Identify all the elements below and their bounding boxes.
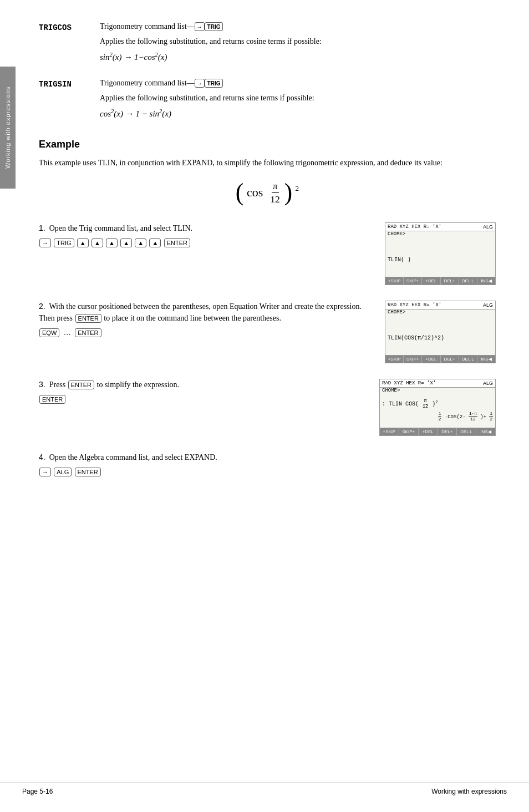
trigcos-formula: sin2(x) → 1−cos2(x) (100, 52, 496, 62)
key-up2: ▲ (91, 238, 103, 247)
calc-btn-plus-del: +DEL (422, 277, 440, 285)
calc-btn-del-plus-2: DEL+ (441, 356, 459, 363)
step-2-left: 2. With the cursor positioned between th… (39, 301, 374, 337)
step-3-text: 3. Press ENTER to simplify the expressio… (39, 379, 368, 390)
calc-line2-3: 1 2 ·COS(2· 1·π 12 )+ (382, 412, 493, 422)
calc-body-3: : TLIN COS( π 12 )2 1 (380, 394, 495, 428)
key-arrow-4: → (39, 468, 51, 476)
calc-line1-3: : TLIN COS( π 12 )2 (382, 399, 493, 410)
calc-btn-skip-plus-3: +SKIP (380, 428, 399, 435)
calc-header-right-2: ALG (483, 302, 493, 308)
calc-header-left-1: RAD XYZ HEX R= 'X' (388, 224, 441, 230)
calc-btn-ins: INS◀ (477, 277, 495, 285)
key-enter2: ENTER (75, 328, 101, 337)
step-4-text: 4. Open the Algebra command list, and se… (39, 451, 496, 463)
step-2-row: 2. With the cursor positioned between th… (39, 301, 496, 363)
key-eqw: EQW (39, 328, 59, 337)
calc-btn-ins-2: INS◀ (477, 356, 495, 363)
key-enter3a: ENTER (68, 380, 94, 389)
trigcos-keyword: TRIGCOS (39, 22, 100, 65)
example-section: Example This example uses TLIN, in conju… (39, 139, 496, 476)
trigsin-formula: cos2(x) → 1 − sin2(x) (100, 108, 496, 119)
calc-btn-skip-plus: +SKIP (385, 277, 404, 285)
step-1-keys: → TRIG ▲ ▲ ▲ ▲ ▲ ▲ ENTER (39, 238, 374, 247)
trigsin-keyword: TRIGSIN (39, 79, 100, 122)
calc-screen-1-header: RAD XYZ HEX R= 'X' ALG (385, 223, 495, 231)
trigcos-title: Trigonometry command list— → TRIG (100, 22, 496, 31)
step-1-row: 1. Open the Trig command list, and selec… (39, 222, 496, 285)
calc-screen-1: RAD XYZ HEX R= 'X' ALG CHOME> TLIN( ) +S… (385, 222, 496, 285)
step-3-keys: ENTER (39, 395, 368, 404)
step-2-keys: EQW … ENTER (39, 328, 374, 337)
steps-container: 1. Open the Trig command list, and selec… (39, 222, 496, 476)
calc-header-left-2: RAD XYZ HEX R= 'X' (388, 302, 441, 308)
key-up5: ▲ (135, 238, 146, 247)
calc-screen-2: RAD XYZ HEX R= 'X' ALG CHOME> TLIN(COS(π… (385, 301, 496, 363)
trigcos-description: Applies the following substitution, and … (100, 35, 496, 47)
step-3-left: 3. Press ENTER to simplify the expressio… (39, 379, 368, 404)
calc-header-right-1: ALG (483, 224, 493, 230)
calc-footer-3: +SKIP SKIP+ +DEL DEL+ DEL L INS◀ (380, 428, 495, 435)
trigsin-trig-badge: TRIG (205, 79, 223, 88)
step-1-left: 1. Open the Trig command list, and selec… (39, 222, 374, 247)
calc-screen-2-header: RAD XYZ HEX R= 'X' ALG (385, 301, 495, 309)
calc-btn-del-l: DEL L (459, 277, 477, 285)
step-4-row: 4. Open the Algebra command list, and se… (39, 451, 496, 476)
calc-screen-3-header: RAD XYZ HEX R= 'X' ALG (380, 379, 495, 388)
trigsin-entry: TRIGSIN Trigonometry command list— → TRI… (39, 79, 496, 122)
calc-screen-3: RAD XYZ HEX R= 'X' ALG CHOME> : TLIN COS… (379, 379, 496, 436)
calc-btn-plus-skip-3: SKIP+ (399, 428, 419, 435)
trigsin-arrow-icon: → (195, 79, 205, 88)
key-enter3b: ENTER (39, 395, 65, 404)
key-arrow: → (39, 238, 51, 247)
calc-btn-del-l-2: DEL L (459, 356, 477, 363)
example-heading: Example (39, 139, 496, 150)
key-enter-inline: ENTER (75, 314, 101, 323)
step-4-keys: → ALG ENTER (39, 468, 496, 476)
trigsin-title: Trigonometry command list— → TRIG (100, 79, 496, 88)
calc-body-2: TLIN(COS(π/12)^2) (385, 316, 495, 355)
calc-body-1: TLIN( ) (385, 238, 495, 277)
key-up1: ▲ (77, 238, 89, 247)
calc-btn-ins-3: INS◀ (476, 428, 495, 435)
page-footer: Page 5-16 Working with expressions (0, 783, 529, 795)
calc-btn-plus-del-2: +DEL (422, 356, 440, 363)
key-up6: ▲ (149, 238, 161, 247)
footer-left: Page 5-16 (22, 788, 53, 795)
calc-sub-1: CHOME> (385, 231, 495, 238)
trigcos-trig-badge: TRIG (205, 22, 223, 31)
step-3-row: 3. Press ENTER to simplify the expressio… (39, 379, 496, 436)
key-alg: ALG (54, 468, 72, 476)
calc-header-left-3: RAD XYZ HEX R= 'X' (382, 380, 436, 386)
calc-command-2: TLIN(COS(π/12)^2) (388, 335, 493, 341)
calc-btn-del-l-3: DEL L (457, 428, 476, 435)
calc-sub-2: CHOME> (385, 309, 495, 316)
calc-sub-3: CHOME> (380, 388, 495, 394)
calc-btn-skip-plus-2: +SKIP (385, 356, 404, 363)
trigcos-entry: TRIGCOS Trigonometry command list— → TRI… (39, 22, 496, 65)
key-up4: ▲ (120, 238, 132, 247)
calc-btn-plus-skip: SKIP+ (404, 277, 422, 285)
side-tab: Working with expressions (0, 67, 16, 189)
calc-btn-del-plus: DEL+ (441, 277, 459, 285)
trigcos-arrow-icon: → (195, 22, 205, 31)
step-2-text: 2. With the cursor positioned between th… (39, 301, 374, 324)
key-enter4: ENTER (75, 468, 101, 476)
trigcos-content: Trigonometry command list— → TRIG Applie… (100, 22, 496, 65)
calc-footer-2: +SKIP SKIP+ +DEL DEL+ DEL L INS◀ (385, 355, 495, 363)
calc-footer-1: +SKIP SKIP+ +DEL DEL+ DEL L INS◀ (385, 277, 495, 285)
calc-btn-plus-skip-2: SKIP+ (404, 356, 422, 363)
key-enter1: ENTER (164, 238, 190, 247)
key-trig: TRIG (54, 238, 74, 247)
trigcos-title-text: Trigonometry command list— (100, 22, 195, 31)
step-1-text: 1. Open the Trig command list, and selec… (39, 222, 374, 234)
trigsin-description: Applies the following substitution, and … (100, 92, 496, 104)
trigsin-content: Trigonometry command list— → TRIG Applie… (100, 79, 496, 122)
center-formula: ( cos π 12 ) 2 (39, 180, 496, 206)
calc-btn-plus-del-3: +DEL (419, 428, 438, 435)
calc-btn-del-plus-3: DEL+ (438, 428, 457, 435)
key-up3: ▲ (106, 238, 118, 247)
calc-command-1: TLIN( ) (388, 257, 493, 263)
calc-header-right-3: ALG (483, 380, 493, 386)
example-intro: This example uses TLIN, in conjunction w… (39, 157, 496, 169)
